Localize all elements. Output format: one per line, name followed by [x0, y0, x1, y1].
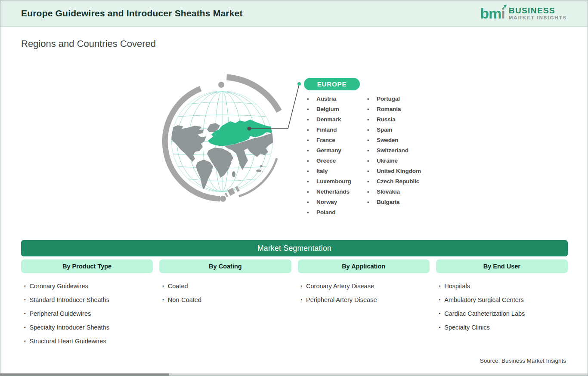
bullet-icon: •	[307, 178, 316, 185]
square-bullet-icon: ▪	[439, 311, 441, 316]
segmentation-lists: ▪Coronary Guidewires▪Standard Introducer…	[21, 279, 568, 348]
bmi-logo-icon: bmi	[480, 6, 504, 21]
segment-item-label: Cardiac Catheterization Labs	[444, 310, 525, 317]
segment-list-by-application: ▪Coronary Artery Disease▪Peripheral Arte…	[298, 279, 430, 348]
country-item: •Denmark	[307, 114, 351, 124]
square-bullet-icon: ▪	[24, 339, 26, 343]
segment-item-label: Coated	[168, 283, 188, 290]
country-label: Czech Republic	[377, 178, 419, 185]
segment-item-label: Specialty Introducer Sheaths	[30, 324, 109, 331]
country-label: Belgium	[316, 106, 339, 112]
segment-item-label: Peripheral Guidewires	[30, 310, 91, 317]
segment-item: ▪Cardiac Catheterization Labs	[439, 307, 568, 321]
segment-header-by-coating: By Coating	[159, 259, 291, 273]
country-label: Netherlands	[316, 188, 350, 195]
square-bullet-icon: ▪	[301, 284, 303, 288]
header-bar: Europe Guidewires and Introducer Sheaths…	[0, 0, 588, 27]
bullet-icon: •	[307, 168, 316, 174]
country-item: •Belgium	[307, 104, 351, 114]
country-label: Italy	[316, 168, 328, 174]
segment-header-by-product-type: By Product Type	[21, 259, 153, 273]
segment-item-label: Peripheral Artery Disease	[306, 296, 377, 303]
bullet-icon: •	[367, 168, 377, 174]
country-item: •Finland	[307, 124, 351, 135]
bullet-icon: •	[307, 126, 316, 133]
callout-end-dot	[297, 82, 301, 86]
bullet-icon: •	[307, 106, 316, 112]
segment-item-label: Hospitals	[444, 283, 470, 290]
country-label: Germany	[316, 147, 341, 154]
country-label: France	[316, 137, 335, 143]
country-item: •Germany	[307, 145, 351, 155]
horizontal-scrollbar-track[interactable]	[0, 373, 588, 376]
country-item: •Portugal	[367, 93, 421, 104]
country-label: Greece	[316, 157, 336, 164]
bullet-icon: •	[307, 116, 316, 123]
square-bullet-icon: ▪	[439, 298, 441, 302]
segment-item: ▪Peripheral Artery Disease	[301, 293, 430, 307]
bullet-icon: •	[307, 209, 316, 216]
segment-item: ▪Specialty Clinics	[439, 321, 568, 334]
country-item: •Bulgaria	[367, 197, 421, 207]
bullet-icon: •	[367, 188, 377, 195]
square-bullet-icon: ▪	[439, 325, 441, 330]
segment-item-label: Ambulatory Surgical Centers	[444, 296, 524, 303]
growth-arrow-icon	[501, 4, 507, 10]
segmentation-title-bar: Market Segmentation	[21, 240, 568, 256]
page-title: Europe Guidewires and Introducer Sheaths…	[21, 8, 243, 18]
segment-item: ▪Coronary Guidewires	[24, 279, 153, 293]
section-title: Regions and Countries Covered	[21, 38, 156, 49]
bullet-icon: •	[367, 147, 377, 154]
country-item: •Slovakia	[367, 186, 421, 197]
country-item: •Russia	[367, 114, 421, 124]
country-label: Switzerland	[377, 147, 409, 154]
segment-item-label: Specialty Clinics	[444, 324, 490, 331]
ring-top-dot	[218, 82, 224, 88]
segment-list-by-coating: ▪Coated▪Non-Coated	[159, 279, 291, 348]
square-bullet-icon: ▪	[24, 298, 26, 302]
horizontal-scrollbar-thumb[interactable]	[0, 373, 169, 376]
logo-letter-m: m	[489, 5, 501, 22]
country-item: •Romania	[367, 104, 421, 114]
bullet-icon: •	[367, 116, 377, 123]
country-item: •Greece	[307, 155, 351, 166]
country-item: •Switzerland	[367, 145, 421, 155]
segment-item: ▪Peripheral Guidewires	[24, 307, 153, 321]
country-label: Austria	[316, 96, 336, 102]
world-map	[167, 120, 280, 190]
square-bullet-icon: ▪	[162, 284, 164, 288]
country-item: •Sweden	[367, 135, 421, 145]
bullet-icon: •	[367, 137, 377, 143]
segment-item-label: Non-Coated	[168, 296, 201, 303]
segment-item: ▪Ambulatory Surgical Centers	[439, 293, 568, 307]
logo-line2: MARKET INSIGHTS	[509, 15, 567, 20]
segment-item: ▪Hospitals	[439, 279, 568, 293]
country-item: •France	[307, 135, 351, 145]
square-bullet-icon: ▪	[162, 298, 164, 302]
segment-item-label: Coronary Guidewires	[30, 283, 88, 290]
country-label: Luxembourg	[316, 178, 351, 185]
country-label: Ukraine	[377, 157, 398, 164]
bullet-icon: •	[307, 199, 316, 205]
country-list-col2: •Portugal•Romania•Russia•Spain•Sweden•Sw…	[367, 93, 421, 207]
square-bullet-icon: ▪	[439, 284, 441, 288]
map-marker-dot	[248, 127, 251, 131]
bullet-icon: •	[367, 157, 377, 164]
bullet-icon: •	[367, 106, 377, 112]
country-item: •Ukraine	[367, 155, 421, 166]
country-list-col1: •Austria•Belgium•Denmark•Finland•France•…	[307, 93, 351, 217]
bullet-icon: •	[367, 199, 377, 205]
country-label: Sweden	[377, 137, 398, 143]
country-item: •Austria	[307, 93, 351, 104]
logo-wordmark: BUSINESS MARKET INSIGHTS	[509, 6, 567, 20]
bullet-icon: •	[367, 178, 377, 185]
country-label: United Kingdom	[377, 168, 421, 174]
infographic-page: Europe Guidewires and Introducer Sheaths…	[0, 0, 588, 376]
country-item: •United Kingdom	[367, 166, 421, 176]
segmentation-headers: By Product TypeBy CoatingBy ApplicationB…	[21, 259, 568, 273]
country-item: •Poland	[307, 207, 351, 217]
bullet-icon: •	[307, 157, 316, 164]
segment-item-label: Structural Heart Guidewires	[30, 338, 106, 345]
square-bullet-icon: ▪	[301, 298, 303, 302]
country-label: Bulgaria	[377, 199, 399, 205]
